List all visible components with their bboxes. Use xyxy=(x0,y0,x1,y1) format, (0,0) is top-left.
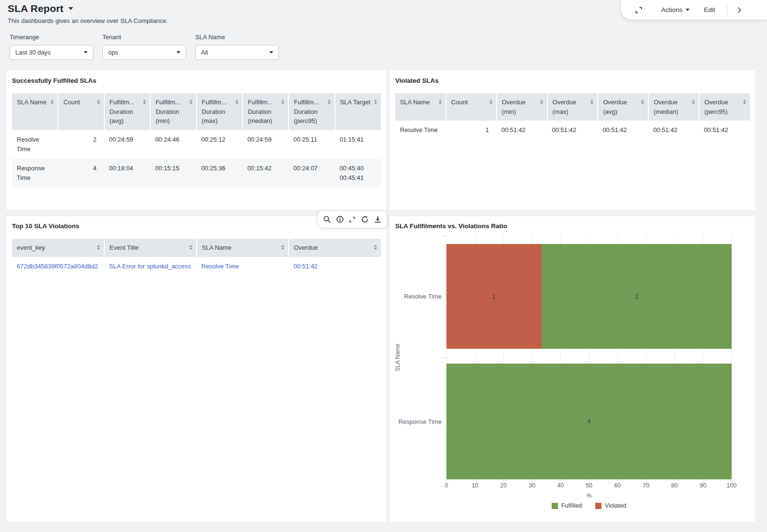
bar-segment-violated[interactable]: 1 xyxy=(446,244,542,349)
column-header-label: Fulfillm... Duration (median) xyxy=(248,98,278,126)
legend-swatch xyxy=(552,503,558,509)
axis-tick xyxy=(443,235,446,236)
table-cell: 00:15:42 xyxy=(243,159,289,188)
sort-desc-arrow xyxy=(743,102,746,104)
sort-asc-arrow xyxy=(281,245,284,247)
actions-label: Actions xyxy=(661,6,682,13)
column-header[interactable]: Overdue (perc95) xyxy=(699,93,750,121)
cell-link[interactable]: 00:51:42 xyxy=(293,263,318,270)
info-button[interactable] xyxy=(336,215,344,223)
filter-label: Tenant xyxy=(102,33,186,41)
column-header[interactable]: Count xyxy=(446,93,497,121)
table-cell: Resolve Time xyxy=(395,121,446,140)
sort-asc-arrow xyxy=(641,100,644,101)
edit-button[interactable]: Edit xyxy=(704,6,715,13)
column-header[interactable]: Fulfillm... Duration (perc95) xyxy=(289,93,334,130)
search-button[interactable] xyxy=(323,215,331,223)
expand-panel-button[interactable] xyxy=(735,6,743,14)
filter-label: SLA Name xyxy=(195,33,279,41)
table-row: Response Time400:18:0400:15:1500:25:3600… xyxy=(12,159,381,188)
data-table: SLA NameCountOverdue (min)Overdue (max)O… xyxy=(395,93,750,140)
sort-desc-arrow xyxy=(328,102,331,104)
sort-icon xyxy=(374,243,377,250)
bar-value-label: 2 xyxy=(635,293,638,300)
sla-name-select[interactable]: All xyxy=(195,45,279,60)
column-header-inner: Fulfillm... Duration (min) xyxy=(156,98,192,126)
sort-icon xyxy=(235,98,238,104)
column-header[interactable]: Overdue (avg) xyxy=(598,93,648,121)
sort-asc-arrow xyxy=(590,100,593,101)
column-header[interactable]: Overdue xyxy=(289,239,381,257)
sort-icon xyxy=(540,98,543,104)
table-row: Resolve Time200:24:5900:24:4600:25:1200:… xyxy=(12,130,381,159)
bar-row: 12 xyxy=(446,244,732,349)
sort-icon xyxy=(97,243,100,250)
table-row: Resolve Time100:51:4200:51:4200:51:4200:… xyxy=(395,121,750,140)
bar-segment-fulfilled[interactable]: 2 xyxy=(542,244,732,349)
column-header-label: Overdue (max) xyxy=(553,98,588,116)
column-header-label: Count xyxy=(63,98,94,107)
column-header[interactable]: Event Title xyxy=(104,239,197,257)
column-header-inner: Overdue (avg) xyxy=(603,98,644,116)
dashboard-title-menu[interactable]: SLA Report xyxy=(8,3,168,14)
column-header-label: Fulfillm... Duration (perc95) xyxy=(294,98,324,126)
x-tick-label: 80 xyxy=(671,482,678,489)
chevron-down-icon xyxy=(84,51,88,54)
download-button[interactable] xyxy=(374,215,382,223)
tenant-select[interactable]: ops xyxy=(102,45,186,60)
column-header-inner: SLA Name xyxy=(17,98,54,107)
axis-tick xyxy=(443,357,446,358)
column-header[interactable]: Fulfillm... Duration (median) xyxy=(243,93,289,130)
column-header-inner: Count xyxy=(451,98,492,107)
refresh-icon xyxy=(361,215,369,223)
table-body: Resolve Time100:51:4200:51:4200:51:4200:… xyxy=(395,121,750,140)
sort-asc-arrow xyxy=(189,100,192,101)
cell-link[interactable]: SLA Error for splunkd_access xyxy=(109,263,191,270)
filter-sla-name: SLA Name All xyxy=(195,33,279,60)
column-header[interactable]: event_key xyxy=(12,239,104,257)
bar-segment-fulfilled[interactable]: 4 xyxy=(446,364,732,479)
sort-desc-arrow xyxy=(143,102,146,104)
cell-link[interactable]: 672db345839f0572a804d8d2 xyxy=(17,263,98,270)
actions-button[interactable]: Actions xyxy=(661,6,689,13)
sort-icon xyxy=(281,98,284,104)
chevron-down-icon xyxy=(177,51,180,54)
open-in-new-button[interactable] xyxy=(348,216,356,223)
toolbar-divider xyxy=(727,3,727,17)
column-header[interactable]: Overdue (max) xyxy=(547,93,598,121)
bar-value-label: 4 xyxy=(588,418,591,425)
panel-top10-sla-violations: Top 10 SLA Violations event_keyEvent Tit… xyxy=(7,216,386,521)
plot-area: 124 xyxy=(446,235,732,479)
sort-icon xyxy=(189,243,192,250)
column-header[interactable]: Overdue (min) xyxy=(497,93,547,121)
column-header[interactable]: SLA Target xyxy=(335,93,381,130)
column-header[interactable]: Fulfillm... Duration (max) xyxy=(197,93,243,130)
table-cell: 4 xyxy=(58,159,104,188)
table-cell: 2 xyxy=(58,130,104,159)
page-header: SLA Report This dashboards gives an over… xyxy=(8,3,168,24)
y-axis-category-labels: Resolve TimeResponse Time xyxy=(404,235,443,479)
column-header[interactable]: SLA Name xyxy=(395,93,446,121)
search-icon xyxy=(323,215,331,223)
fullscreen-button[interactable] xyxy=(634,6,643,14)
column-header[interactable]: Count xyxy=(58,93,104,130)
sort-asc-arrow xyxy=(692,100,695,101)
column-header[interactable]: Overdue (median) xyxy=(648,93,699,121)
column-header[interactable]: SLA Name xyxy=(12,93,58,130)
cell-link[interactable]: Resolve Time xyxy=(201,263,239,270)
table-cell: 00:51:42 xyxy=(699,121,750,140)
sort-icon xyxy=(641,98,644,104)
page-title: SLA Report xyxy=(8,3,64,14)
column-header-label: Overdue (median) xyxy=(654,98,689,116)
column-header[interactable]: Fulfillm... Duration (min) xyxy=(150,93,196,130)
timerange-select[interactable]: Last 30 days xyxy=(10,45,93,60)
column-header-inner: Fulfillm... Duration (perc95) xyxy=(294,98,330,126)
sort-asc-arrow xyxy=(374,100,377,101)
column-header[interactable]: SLA Name xyxy=(197,239,289,257)
column-header-inner: Overdue (max) xyxy=(553,98,594,116)
table-cell: 1 xyxy=(446,121,497,140)
column-header[interactable]: Fulfillm... Duration (avg) xyxy=(104,93,150,130)
refresh-button[interactable] xyxy=(361,215,369,223)
timerange-value: Last 30 days xyxy=(15,49,51,56)
chevron-down-icon xyxy=(686,9,689,11)
